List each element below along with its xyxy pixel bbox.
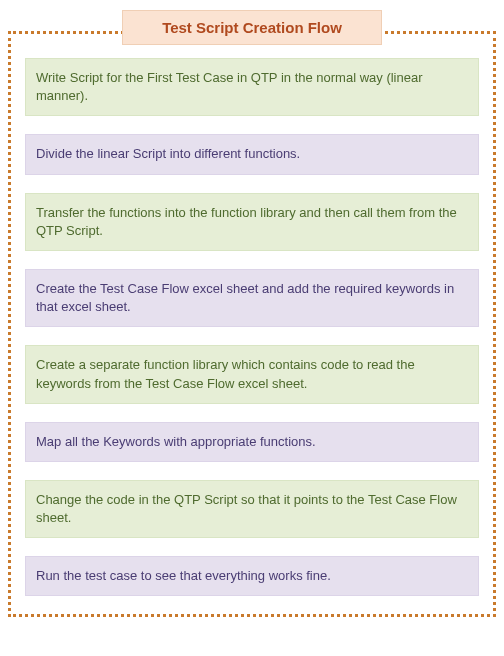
- step-8: Run the test case to see that everything…: [25, 556, 479, 596]
- step-3: Transfer the functions into the function…: [25, 193, 479, 251]
- step-7: Change the code in the QTP Script so tha…: [25, 480, 479, 538]
- step-5: Create a separate function library which…: [25, 345, 479, 403]
- diagram-title: Test Script Creation Flow: [122, 10, 382, 45]
- step-2: Divide the linear Script into different …: [25, 134, 479, 174]
- step-4: Create the Test Case Flow excel sheet an…: [25, 269, 479, 327]
- step-1: Write Script for the First Test Case in …: [25, 58, 479, 116]
- steps-box: Write Script for the First Test Case in …: [8, 31, 496, 617]
- diagram-container: Test Script Creation Flow Write Script f…: [0, 0, 504, 627]
- step-6: Map all the Keywords with appropriate fu…: [25, 422, 479, 462]
